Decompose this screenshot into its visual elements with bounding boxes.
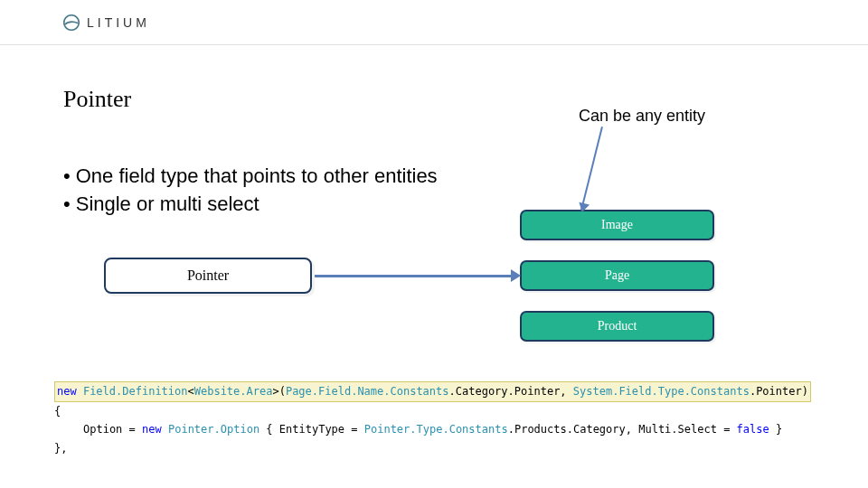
arrow-annotation-to-image <box>580 127 603 211</box>
entity-box-product: Product <box>520 311 714 342</box>
pointer-box: Pointer <box>104 258 312 294</box>
arrow-pointer-to-page <box>315 275 515 277</box>
brand-name: LITIUM <box>87 15 150 30</box>
page-title: Pointer <box>63 86 131 113</box>
bullet-text: One field type that points to other enti… <box>76 163 438 191</box>
code-snippet: new Field.Definition<Website.Area>(Page.… <box>0 378 868 461</box>
header: LITIUM <box>0 0 868 45</box>
litium-logo-icon <box>63 14 80 31</box>
bullet-text: Single or multi select <box>76 191 259 219</box>
bullet-marker: • <box>63 191 71 219</box>
code-highlight: new Field.Definition<Website.Area>(Page.… <box>54 381 811 401</box>
bullet-item: •One field type that points to other ent… <box>63 163 438 191</box>
entity-box-image: Image <box>520 210 714 240</box>
bullet-marker: • <box>63 163 71 191</box>
annotation-label: Can be any entity <box>579 107 705 126</box>
brand-logo: LITIUM <box>63 14 150 31</box>
bullet-item: •Single or multi select <box>63 191 438 219</box>
bullet-list: •One field type that points to other ent… <box>63 163 438 219</box>
entity-box-page: Page <box>520 260 714 291</box>
arrow-head-icon <box>511 269 521 282</box>
